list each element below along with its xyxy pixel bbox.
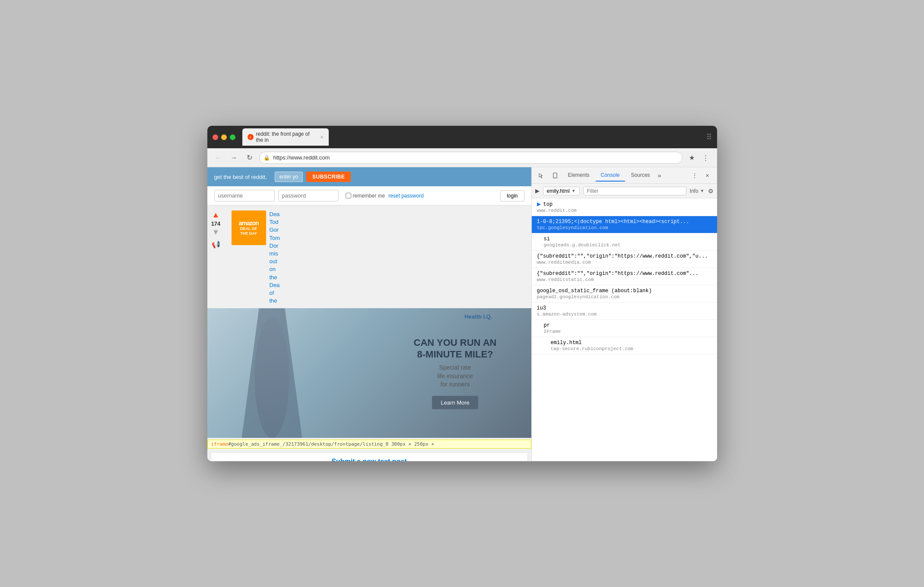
console-item-main: 1-0-8;21395;<|doctype html><html><head><…	[537, 219, 689, 225]
reset-password-link[interactable]: reset password	[388, 193, 423, 199]
reddit-banner: get the best of reddit, enter yo SUBSCRI…	[207, 167, 531, 186]
tab-title: reddit: the front page of the in	[256, 131, 317, 143]
tab-more[interactable]: »	[656, 170, 663, 181]
console-item-emily-main[interactable]: 1-0-8;21395;<|doctype html><html><head><…	[532, 216, 717, 233]
back-button[interactable]: ←	[213, 152, 225, 164]
console-item-top[interactable]: ▶topwww.reddit.com	[532, 198, 717, 216]
active-tab[interactable]: r reddit: the front page of the in ×	[242, 128, 329, 146]
console-arrow-icon: ▶	[535, 188, 540, 194]
title-bar: r reddit: the front page of the in × ⠿	[207, 126, 717, 148]
info-selector[interactable]: Info ▼	[690, 188, 705, 194]
amazon-logo-text: amazon	[238, 220, 258, 227]
ad-headline: CAN YOU RUN AN 8-MINUTE MILE?	[414, 337, 497, 360]
devtools-tabs: Elements Console Sources »	[563, 169, 687, 182]
tab-close-button[interactable]: ×	[321, 134, 323, 140]
ad-cta-button[interactable]: Learn More	[432, 396, 478, 409]
bookmark-icon[interactable]: ★	[686, 152, 698, 164]
console-list: ▶topwww.reddit.com1-0-8;21395;<|doctype …	[532, 198, 717, 461]
subscribe-button[interactable]: SUBSCRIBE	[306, 172, 351, 182]
amazon-logo: amazon DEAL OFTHE DAY	[232, 211, 266, 245]
console-item-iu3[interactable]: iu3s.amazon-adsystem.com	[532, 303, 717, 320]
console-item-main: top	[543, 201, 553, 207]
console-item-google-osd[interactable]: google_osd_static_frame (about:blank)pag…	[532, 285, 717, 303]
nav-icons-right: ★ ⋮	[686, 152, 712, 164]
reddit-page: get the best of reddit, enter yo SUBSCRI…	[207, 167, 531, 461]
console-item-sub: www.redditstatic.com	[537, 277, 712, 282]
submit-post-label: Submit a new text post	[331, 458, 406, 461]
login-button[interactable]: login	[500, 190, 524, 201]
reload-button[interactable]: ↻	[244, 152, 256, 164]
login-bar: remember me reset password login	[207, 186, 531, 205]
nav-bar: ← → ↻ 🔒 ★ ⋮	[207, 148, 717, 167]
console-item-sub: tpc.googlesyndication.com	[537, 225, 712, 230]
console-item-sub: pagead2.googlesyndication.com	[537, 294, 712, 300]
maximize-button[interactable]	[230, 134, 235, 140]
console-item-sub: www.reddit.com	[537, 208, 712, 213]
remember-me-label: remember me	[346, 193, 385, 199]
console-item-main: si	[544, 236, 550, 242]
devtools-toolbar: Elements Console Sources » ⋮ ×	[532, 167, 717, 184]
console-item-main: {"subreddit":"","origin":"https://www.re…	[537, 253, 708, 259]
main-area: get the best of reddit, enter yo SUBSCRI…	[207, 167, 717, 461]
tab-sources[interactable]: Sources	[626, 169, 655, 182]
console-item-sub: s.amazon-adsystem.com	[537, 312, 712, 317]
remember-me-checkbox[interactable]	[346, 193, 351, 198]
downvote-button[interactable]: ▼	[212, 228, 220, 237]
console-item-main: emily.html	[551, 340, 582, 346]
tab-console[interactable]: Console	[596, 169, 625, 182]
console-item-json-reddit[interactable]: {"subreddit":"","origin":"https://www.re…	[532, 251, 717, 268]
address-input[interactable]	[259, 152, 683, 164]
upvote-button[interactable]: ▲	[212, 211, 220, 220]
forward-button[interactable]: →	[228, 152, 240, 164]
settings-icon[interactable]: ⚙	[708, 188, 714, 195]
console-item-sub: tap-secure.rubiconproject.com	[551, 346, 712, 351]
banner-text: get the best of reddit,	[214, 174, 267, 180]
ad-text-overlay: CAN YOU RUN AN 8-MINUTE MILE? Special ra…	[414, 337, 497, 409]
tab-elements[interactable]: Elements	[563, 169, 595, 182]
devtools-close-icon[interactable]: ×	[702, 169, 714, 182]
window-controls: ⠿	[706, 132, 712, 142]
context-value: emily.html	[547, 188, 570, 194]
console-item-si[interactable]: sigoogleads.g.doubleclick.net	[532, 233, 717, 251]
devtools-cursor-icon[interactable]	[535, 169, 547, 182]
banner-actions: enter yo SUBSCRIBE	[275, 172, 351, 182]
submit-text-post[interactable]: Submit a new text post	[211, 452, 528, 461]
context-dropdown-arrow: ▼	[572, 188, 576, 193]
post-content: DeaTodGorTomDormisoutontheDeaofthe	[270, 211, 280, 305]
traffic-lights	[213, 134, 235, 140]
menu-icon[interactable]: ⋮	[700, 152, 712, 164]
ad-image: Health I.Q. CAN YOU RUN AN 8-MINUTE MILE…	[207, 308, 531, 438]
close-button[interactable]	[213, 134, 218, 140]
filter-input[interactable]	[583, 187, 686, 195]
amazon-ad: amazon DEAL OFTHE DAY DeaTodGorTomDormis…	[228, 209, 284, 306]
console-item-main: pr	[544, 322, 550, 329]
browser-window: r reddit: the front page of the in × ⠿ ←…	[207, 126, 717, 461]
tab-bar: r reddit: the front page of the in ×	[242, 128, 703, 146]
devtools-right-icons: ⋮ ×	[689, 169, 714, 182]
tab-favicon: r	[248, 134, 254, 140]
minimize-button[interactable]	[221, 134, 227, 140]
console-item-emily-html[interactable]: emily.htmltap-secure.rubiconproject.com	[532, 337, 717, 354]
megaphone-icon: 📢	[212, 240, 220, 249]
devtools-panel: Elements Console Sources » ⋮ × ▶ emily.h…	[531, 167, 717, 461]
console-item-json-reddit2[interactable]: {"subreddit":"","origin":"https://www.re…	[532, 268, 717, 285]
console-item-pr[interactable]: prIFrame	[532, 320, 717, 337]
amazon-deal-text: DEAL OFTHE DAY	[240, 227, 257, 236]
ad-subtext: Special rate life insurance for runners	[414, 364, 497, 389]
iframe-debug-bar: iframe#google_ads_iframe_/32173961/deskt…	[207, 440, 531, 449]
iframe-id: #google_ads_iframe_/32173961/desktop/fro…	[228, 441, 388, 447]
devtools-options-icon[interactable]: ⋮	[689, 169, 701, 182]
console-context-bar: ▶ emily.html ▼ Info ▼ ⚙	[532, 184, 717, 198]
devtools-mobile-icon[interactable]	[549, 169, 561, 182]
username-input[interactable]	[214, 190, 275, 201]
enter-email-button[interactable]: enter yo	[275, 172, 303, 182]
iframe-keyword: iframe	[211, 441, 229, 447]
context-selector[interactable]: emily.html ▼	[543, 187, 580, 195]
password-input[interactable]	[278, 190, 339, 201]
vote-count: 174	[211, 220, 221, 227]
console-expand-arrow: ▶	[537, 201, 541, 207]
info-label: Info	[690, 188, 699, 194]
vote-column: ▲ 174 ▼ 📢	[207, 209, 225, 306]
post-title[interactable]: DeaTodGorTomDormisoutontheDeaofthe	[270, 211, 280, 305]
console-item-main: {"subreddit":"","origin":"https://www.re…	[537, 271, 699, 277]
